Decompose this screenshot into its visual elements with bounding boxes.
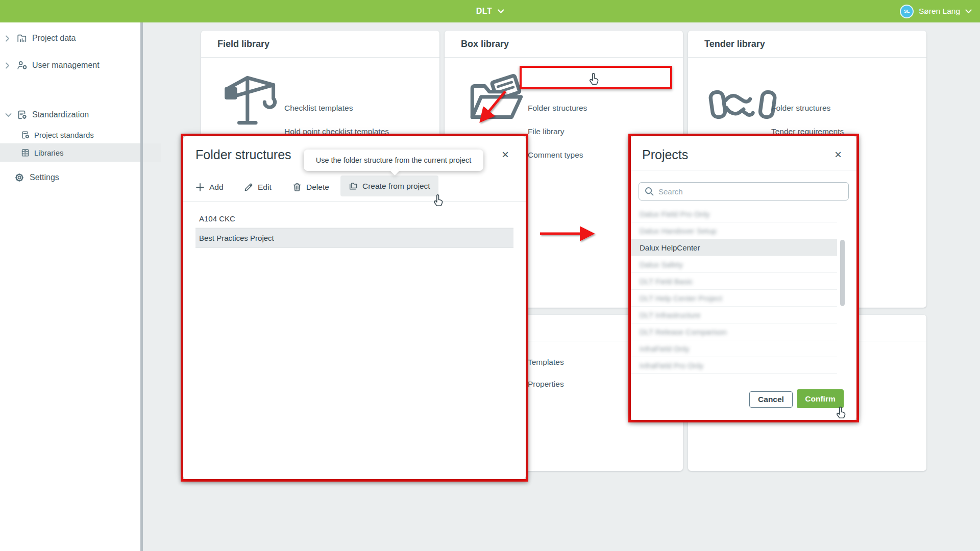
tooltip: Use the folder structure from the curren… bbox=[304, 149, 483, 171]
project-row[interactable]: Dalux Field Pro Only bbox=[631, 206, 837, 222]
project-switcher[interactable]: DLT bbox=[476, 0, 504, 22]
edit-label: Edit bbox=[258, 183, 272, 192]
standardization-icon bbox=[16, 109, 28, 120]
sidebar-item-label: Standardization bbox=[32, 110, 89, 119]
project-label: Dalux Handover Setup bbox=[640, 227, 717, 235]
project-label: InfraField Only bbox=[640, 344, 690, 353]
folder-structure-row[interactable]: A104 CKC bbox=[195, 209, 513, 228]
project-row[interactable]: InfraField Only bbox=[631, 340, 837, 357]
project-row[interactable]: DLT Field Basic bbox=[631, 273, 837, 290]
folder-structure-label: A104 CKC bbox=[199, 214, 235, 223]
topbar: DLT SL Søren Lang bbox=[0, 0, 980, 22]
project-row[interactable]: DLT Help Center Project bbox=[631, 290, 837, 307]
link-properties[interactable]: Properties bbox=[528, 378, 564, 390]
sidebar-item-settings[interactable]: Settings bbox=[0, 169, 154, 186]
project-row[interactable]: DLT Infrastructure bbox=[631, 307, 837, 323]
folder-structure-label: Best Practices Project bbox=[199, 234, 274, 242]
cancel-button[interactable]: Cancel bbox=[749, 391, 793, 408]
card-divider bbox=[688, 57, 926, 58]
folder-structures-modal: Folder structures × Add Edit Delete Crea… bbox=[183, 136, 526, 479]
add-button[interactable]: Add bbox=[192, 178, 227, 196]
copy-folder-icon bbox=[349, 182, 358, 191]
project-label: DLT Help Center Project bbox=[640, 294, 722, 303]
chevron-down-icon bbox=[965, 9, 972, 14]
create-from-project-button[interactable]: Create from project bbox=[340, 176, 438, 196]
project-label: Dalux HelpCenter bbox=[640, 243, 700, 252]
crane-icon bbox=[220, 67, 288, 135]
confirm-button[interactable]: Confirm bbox=[797, 389, 844, 408]
project-label: DLT Infrastructure bbox=[640, 311, 701, 319]
pencil-icon bbox=[244, 183, 253, 192]
chevron-right-icon bbox=[0, 62, 16, 69]
user-name: Søren Lang bbox=[919, 7, 960, 16]
sidebar-item-libraries[interactable]: Libraries bbox=[0, 143, 161, 162]
search-input[interactable] bbox=[639, 182, 849, 201]
sidebar-item-label: Project standards bbox=[34, 131, 94, 139]
folder-structures-modal-frame: Folder structures × Add Edit Delete Crea… bbox=[181, 134, 528, 482]
plus-icon bbox=[195, 183, 205, 192]
toolbar-divider bbox=[183, 201, 526, 202]
sidebar-item-label: Project data bbox=[32, 34, 76, 43]
projects-modal: Projects × Dalux Field Pro Only Dalux Ha… bbox=[631, 136, 856, 420]
card-divider bbox=[445, 57, 683, 58]
close-icon[interactable]: × bbox=[831, 147, 845, 162]
project-data-icon bbox=[16, 33, 28, 44]
project-row-selected[interactable]: Dalux HelpCenter bbox=[631, 239, 837, 256]
project-label: InfraField Pro Only bbox=[640, 361, 703, 370]
link-file-library[interactable]: File library bbox=[528, 126, 564, 138]
avatar-initials: SL bbox=[904, 9, 910, 14]
tooltip-text: Use the folder structure from the curren… bbox=[316, 156, 472, 164]
sidebar-item-label: Libraries bbox=[34, 148, 64, 157]
sidebar-item-label: Settings bbox=[30, 173, 59, 182]
gear-icon bbox=[14, 172, 25, 183]
projects-modal-frame: Projects × Dalux Field Pro Only Dalux Ha… bbox=[628, 134, 859, 422]
link-templates[interactable]: Templates bbox=[528, 356, 564, 368]
card-title: Field library bbox=[217, 39, 270, 49]
card-title: Tender library bbox=[704, 39, 765, 49]
search-icon bbox=[644, 186, 654, 196]
project-row[interactable]: InfraField Pro Only bbox=[631, 357, 837, 374]
link-folder-structures[interactable]: Folder structures bbox=[528, 102, 587, 114]
chevron-right-icon bbox=[0, 35, 16, 42]
project-row[interactable]: DLT Release Comparison bbox=[631, 323, 837, 340]
project-row[interactable]: Dalux Handover Setup bbox=[631, 222, 837, 239]
chevron-down-icon bbox=[0, 113, 16, 117]
close-icon[interactable]: × bbox=[498, 147, 512, 162]
card-title: Box library bbox=[461, 39, 509, 49]
sidebar-item-label: User management bbox=[32, 61, 100, 70]
sidebar-item-project-standards[interactable]: Project standards bbox=[0, 127, 161, 143]
delete-button[interactable]: Delete bbox=[289, 178, 332, 196]
sidebar-item-project-data[interactable]: Project data bbox=[0, 30, 140, 47]
delete-label: Delete bbox=[306, 183, 329, 192]
sidebar: Project data User management Standardiza… bbox=[0, 22, 140, 551]
search-field bbox=[639, 182, 849, 201]
folder-structure-row[interactable]: Best Practices Project bbox=[195, 228, 513, 248]
link-checklist-templates[interactable]: Checklist templates bbox=[284, 102, 353, 114]
link-comment-types[interactable]: Comment types bbox=[528, 149, 583, 161]
card-divider bbox=[201, 57, 439, 58]
modal-title: Folder structures bbox=[195, 147, 291, 162]
project-label: Dalux Field Pro Only bbox=[640, 210, 710, 218]
user-menu[interactable]: SL Søren Lang bbox=[900, 0, 972, 22]
project-row[interactable]: Dalux Safety bbox=[631, 256, 837, 273]
sidebar-item-user-management[interactable]: User management bbox=[0, 57, 140, 74]
avatar: SL bbox=[900, 5, 914, 18]
project-label: DLT Field Basic bbox=[640, 277, 693, 286]
header-divider bbox=[631, 170, 856, 170]
sidebar-divider bbox=[140, 22, 143, 551]
link-folder-structures[interactable]: Folder structures bbox=[771, 102, 830, 114]
chevron-down-icon bbox=[497, 9, 504, 14]
trash-icon bbox=[292, 183, 302, 192]
user-management-icon bbox=[16, 60, 28, 71]
project-standards-icon bbox=[20, 130, 30, 140]
scrollbar-thumb[interactable] bbox=[840, 240, 845, 306]
folder-icon bbox=[464, 67, 531, 135]
edit-button[interactable]: Edit bbox=[241, 178, 275, 196]
handshake-icon bbox=[707, 79, 778, 130]
libraries-icon bbox=[20, 148, 30, 158]
app-root: DLT SL Søren Lang Project data User mana… bbox=[0, 0, 980, 551]
project-label: Dalux Safety bbox=[640, 260, 683, 269]
project-label: DLT Release Comparison bbox=[640, 328, 727, 336]
tooltip-caret bbox=[390, 166, 399, 175]
sidebar-item-standardization[interactable]: Standardization bbox=[0, 106, 140, 123]
